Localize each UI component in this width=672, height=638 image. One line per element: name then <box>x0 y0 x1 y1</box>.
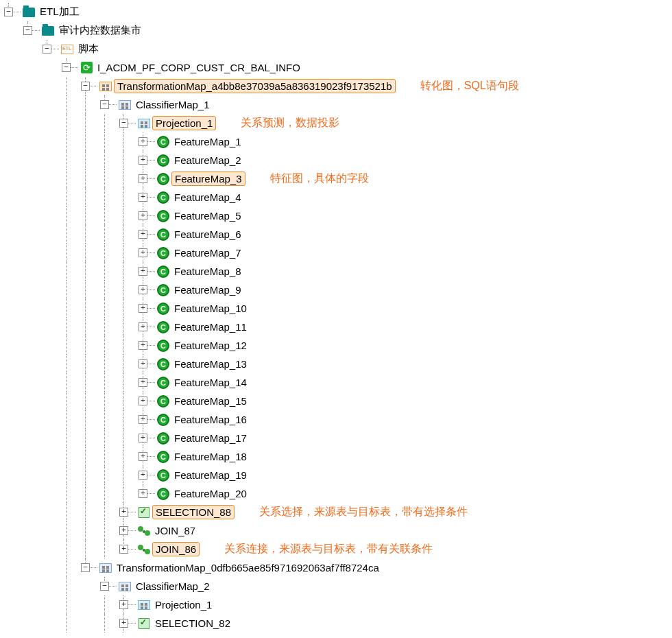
featuremap-icon: C <box>156 228 170 240</box>
join-icon <box>137 543 151 555</box>
featuremap-icon: C <box>156 303 170 314</box>
selection-icon <box>137 506 151 518</box>
expand-toggle[interactable]: + <box>139 304 147 313</box>
tree-node-featuremap[interactable]: FeatureMap_5 <box>171 209 244 222</box>
tree-node-featuremap[interactable]: FeatureMap_4 <box>171 191 244 204</box>
folder-icon <box>22 6 36 18</box>
expand-toggle[interactable]: − <box>81 563 90 572</box>
featuremap-icon: C <box>156 451 170 462</box>
tree-node-root[interactable]: ETL加工 <box>37 5 82 19</box>
expand-toggle[interactable]: + <box>119 526 128 535</box>
featuremap-icon: C <box>156 358 170 370</box>
tree-node-featuremap[interactable]: FeatureMap_3 <box>171 172 245 186</box>
expand-toggle[interactable]: − <box>43 45 51 54</box>
expand-toggle[interactable]: + <box>139 415 147 424</box>
tree-node-join[interactable]: JOIN_87 <box>152 524 198 537</box>
annotation: 转化图，SQL语句段 <box>420 79 519 93</box>
script-icon <box>60 43 74 55</box>
expand-toggle[interactable]: + <box>119 508 128 517</box>
featuremap-icon: C <box>156 173 170 185</box>
tree-node-featuremap[interactable]: FeatureMap_7 <box>171 246 244 259</box>
tree-node-featuremap[interactable]: FeatureMap_13 <box>171 357 250 370</box>
featuremap-icon: C <box>156 247 170 259</box>
tree-node-scripts[interactable]: 脚本 <box>75 42 101 56</box>
expand-toggle[interactable]: + <box>139 156 147 165</box>
tree-node-featuremap[interactable]: FeatureMap_19 <box>171 469 250 482</box>
expand-toggle[interactable]: + <box>139 137 147 146</box>
expand-toggle[interactable]: + <box>139 378 147 387</box>
selection-icon <box>137 617 151 629</box>
featuremap-icon: C <box>156 191 170 203</box>
tree-node-projection[interactable]: Projection_1 <box>152 116 216 130</box>
expand-toggle[interactable]: + <box>139 322 147 331</box>
tree-node-tmap[interactable]: TransformationMap_0dfb665ae85f971692063a… <box>114 561 382 574</box>
tree-node-selection[interactable]: SELECTION_82 <box>152 617 233 630</box>
tree-node-featuremap[interactable]: FeatureMap_10 <box>171 302 250 315</box>
tree-node-featuremap[interactable]: FeatureMap_14 <box>171 376 250 389</box>
expand-toggle[interactable]: − <box>100 100 109 109</box>
featuremap-icon: C <box>156 136 170 147</box>
expand-toggle[interactable]: + <box>139 359 147 368</box>
tree-node-featuremap[interactable]: FeatureMap_17 <box>171 432 250 445</box>
expand-toggle[interactable]: − <box>62 63 71 72</box>
featuremap-icon: C <box>156 321 170 333</box>
projection-icon <box>137 117 151 129</box>
tree-node-featuremap[interactable]: FeatureMap_20 <box>171 487 250 500</box>
tree-node-projection[interactable]: Projection_1 <box>152 598 215 611</box>
tree-node-featuremap[interactable]: FeatureMap_12 <box>171 339 250 352</box>
tree-node-featuremap[interactable]: FeatureMap_2 <box>171 154 244 167</box>
expand-toggle[interactable]: + <box>139 211 147 220</box>
expand-toggle[interactable]: + <box>139 267 147 276</box>
tree-node-featuremap[interactable]: FeatureMap_1 <box>171 135 244 148</box>
expand-toggle[interactable]: + <box>139 174 147 183</box>
expand-toggle[interactable]: − <box>4 8 13 16</box>
folder-icon <box>41 25 55 36</box>
tree-node-datamart[interactable]: 审计内控数据集市 <box>56 23 144 38</box>
expand-toggle[interactable]: + <box>139 285 147 294</box>
expand-toggle[interactable]: + <box>139 397 147 405</box>
featuremap-icon: C <box>156 340 170 351</box>
tree-node-featuremap[interactable]: FeatureMap_16 <box>171 413 250 426</box>
tree-node-featuremap[interactable]: FeatureMap_18 <box>171 450 250 463</box>
expand-toggle[interactable]: + <box>139 471 147 480</box>
expand-toggle[interactable]: − <box>23 26 32 35</box>
expand-toggle[interactable]: + <box>139 193 147 202</box>
classifiermap-icon <box>118 580 132 592</box>
tree-node-job[interactable]: I_ACDM_PF_CORP_CUST_CR_BAL_INFO <box>95 61 303 74</box>
featuremap-icon: C <box>156 154 170 166</box>
classifiermap-icon <box>118 99 132 110</box>
tree-node-cmap[interactable]: ClassifierMap_1 <box>133 98 213 111</box>
tree-node-cmap[interactable]: ClassifierMap_2 <box>133 580 213 593</box>
featuremap-icon: C <box>156 469 170 481</box>
expand-toggle[interactable]: + <box>139 489 147 498</box>
expand-toggle[interactable]: − <box>119 119 128 128</box>
tree-node-featuremap[interactable]: FeatureMap_15 <box>171 394 250 407</box>
expand-toggle[interactable]: + <box>139 341 147 350</box>
featuremap-icon: C <box>156 488 170 499</box>
tree-node-featuremap[interactable]: FeatureMap_9 <box>171 283 244 296</box>
featuremap-icon: C <box>156 265 170 277</box>
expand-toggle[interactable]: − <box>100 582 109 591</box>
expand-toggle[interactable]: + <box>139 434 147 442</box>
expand-toggle[interactable]: + <box>139 230 147 239</box>
annotation: 特征图，具体的字段 <box>270 172 369 186</box>
featuremap-icon: C <box>156 284 170 296</box>
tree-node-featuremap[interactable]: FeatureMap_8 <box>171 265 244 278</box>
tree-node-featuremap[interactable]: FeatureMap_6 <box>171 228 244 241</box>
expand-toggle[interactable]: − <box>81 82 90 91</box>
expand-toggle[interactable]: + <box>119 600 128 609</box>
projection-icon <box>137 599 151 611</box>
expand-toggle[interactable]: + <box>119 545 128 554</box>
refresh-icon: ⟳ <box>80 62 93 73</box>
transformationmap-icon <box>99 562 112 574</box>
expand-toggle[interactable]: + <box>139 248 147 257</box>
annotation: 关系选择，来源表与目标表，带有选择条件 <box>259 505 468 519</box>
annotation: 关系预测，数据投影 <box>241 116 339 130</box>
tree-node-featuremap[interactable]: FeatureMap_11 <box>171 320 250 333</box>
tree-node-join[interactable]: JOIN_86 <box>152 542 200 556</box>
tree-node-tmap[interactable]: TransformationMap_a4bb8e37039a5a83631902… <box>114 79 396 93</box>
expand-toggle[interactable]: + <box>119 619 128 628</box>
featuremap-icon: C <box>156 210 170 222</box>
tree-node-selection[interactable]: SELECTION_88 <box>152 505 235 519</box>
expand-toggle[interactable]: + <box>139 452 147 461</box>
